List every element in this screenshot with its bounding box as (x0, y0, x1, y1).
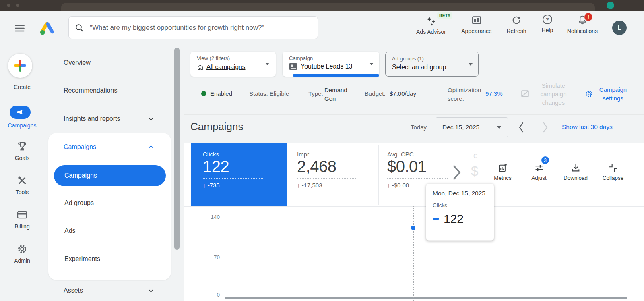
subnav-item-ad-groups[interactable]: Ad groups (64, 199, 94, 207)
prev-date-chevron[interactable] (518, 122, 524, 133)
google-ads-logo[interactable] (39, 19, 56, 38)
download-button[interactable]: Download (561, 162, 590, 181)
collapse-button[interactable]: Collapse (598, 162, 628, 181)
campaign-settings-button[interactable] (584, 89, 594, 100)
clicks-data-point[interactable] (411, 226, 415, 230)
billing-card-icon (16, 209, 28, 221)
enabled-status[interactable]: Enabled (210, 90, 232, 97)
view-filter-value: All campaigns (206, 63, 246, 71)
adgroup-filter-dropdown[interactable]: Ad groups (1) Select an ad group (385, 52, 479, 77)
browser-control-icon[interactable] (7, 4, 10, 7)
trophy-icon (16, 140, 28, 152)
chevron-down-icon[interactable] (148, 117, 154, 121)
view-filter-dropdown[interactable]: View (2 filters) All campaigns (190, 52, 276, 77)
next-metrics-chevron[interactable] (452, 164, 462, 181)
main-menu-button[interactable] (13, 21, 27, 35)
dropdown-caret-icon (265, 63, 269, 65)
gear-icon (16, 243, 28, 255)
header-divider (606, 15, 606, 38)
tooltip-series-label: Clicks (433, 202, 487, 208)
rail-item-billing[interactable]: Billing (0, 209, 44, 230)
today-label: Today (411, 124, 427, 131)
rail-item-tools[interactable]: Tools (0, 174, 44, 195)
hidden-metric-label: C (473, 152, 478, 159)
rail-item-goals[interactable]: Goals (0, 140, 44, 161)
down-arrow-icon: ↓ (203, 182, 206, 189)
chevron-up-icon[interactable] (148, 145, 154, 149)
avatar[interactable]: L (612, 21, 627, 35)
metric-label: Clicks (203, 151, 287, 158)
campaign-filter-label: Campaign (289, 55, 373, 61)
rail-item-campaigns-label: Campaigns (0, 120, 44, 129)
help-label: Help (542, 27, 553, 33)
tooltip-date: Mon, Dec 15, 2025 (433, 190, 487, 197)
show-last-30-days-link[interactable]: Show last 30 days (562, 123, 613, 131)
rail-item-admin[interactable]: Admin (0, 243, 44, 264)
budget-label: Budget: (365, 90, 386, 97)
subnav-item-overview[interactable]: Overview (64, 59, 91, 66)
metrics-action-button[interactable]: Metrics (488, 162, 518, 181)
adjust-count-badge: 3 (541, 156, 549, 164)
adgroup-filter-label: Ad groups (1) (392, 56, 472, 62)
x-axis-line (225, 297, 627, 299)
chevron-down-icon[interactable] (148, 289, 154, 293)
search-input[interactable] (89, 23, 312, 32)
subnav-item-insights[interactable]: Insights and reports (64, 115, 120, 122)
create-button[interactable] (8, 54, 32, 78)
date-picker[interactable]: Dec 15, 2025 (436, 117, 508, 137)
home-icon (197, 64, 204, 71)
metric-value: 122 (203, 158, 287, 176)
campaign-settings-label[interactable]: Campaign settings (596, 85, 630, 102)
simulate-disabled-icon (520, 89, 530, 99)
adjust-sliders-icon (534, 162, 545, 173)
subnav-campaigns-header[interactable]: Campaigns (64, 143, 96, 151)
notifications-label: Notifications (567, 28, 598, 34)
y-axis-tick-140: 140 (201, 214, 220, 220)
metric-label: Avg. CPC (387, 151, 470, 158)
subnav-scrollbar[interactable] (174, 48, 180, 250)
next-date-chevron (542, 122, 549, 133)
page-title: Campaigns (190, 120, 244, 133)
browser-control-icon[interactable] (16, 4, 19, 7)
metric-card-clicks[interactable]: Clicks 122 ↓ -735 (191, 143, 287, 206)
subnav-item-experiments[interactable]: Experiments (64, 255, 100, 263)
chart-tooltip: Mon, Dec 15, 2025 Clicks 122 (426, 183, 494, 241)
billing-label: Billing (14, 223, 29, 230)
refresh-icon (511, 15, 522, 26)
sparkle-icon (425, 15, 437, 27)
metric-card-impressions[interactable]: Impr. 2,468 ↓ -17,503 (287, 143, 378, 206)
campaign-filter-value: Youtube Leads 13 (301, 63, 352, 70)
browser-chrome-bar (0, 0, 644, 11)
tools-label: Tools (16, 189, 29, 195)
plus-icon (14, 60, 26, 72)
down-arrow-icon: ↓ (387, 182, 390, 189)
megaphone-icon (16, 108, 25, 117)
dropdown-caret-icon (369, 63, 374, 65)
subnav-item-recommendations[interactable]: Recommendations (64, 87, 117, 94)
appearance-button[interactable]: Appearance (454, 15, 499, 34)
status-eligible: Status: Eligible (249, 90, 289, 97)
notifications-button[interactable]: Notifications (560, 15, 605, 34)
hamburger-icon (13, 21, 27, 35)
simulate-changes-label: Simulate campaign changes (534, 81, 573, 107)
dropdown-caret-icon (497, 126, 501, 129)
hidden-metric-value: $ (471, 164, 478, 179)
browser-address-bar[interactable] (61, 3, 595, 11)
type-label: Type: (308, 90, 323, 97)
adgroup-filter-value: Select an ad group (392, 64, 472, 71)
ads-advisor-label: Ads Advisor (416, 29, 446, 35)
rail-item-campaigns[interactable] (10, 106, 31, 119)
campaign-filter-dropdown[interactable]: Campaign Youtube Leads 13 (283, 52, 379, 77)
browser-extension-icon[interactable] (607, 2, 614, 9)
campaign-selected-indicator (293, 74, 379, 77)
adjust-button[interactable]: Adjust (524, 162, 554, 181)
budget-value[interactable]: $7.00/day (390, 90, 416, 98)
subnav-item-ads[interactable]: Ads (64, 227, 76, 235)
appearance-icon (471, 15, 482, 26)
download-label: Download (564, 175, 588, 181)
create-label: Create (0, 81, 44, 90)
subnav-item-campaigns-active[interactable]: Campaigns (54, 165, 166, 186)
subnav-item-assets[interactable]: Assets (64, 287, 83, 294)
metric-separator (203, 178, 263, 179)
view-filter-label: View (2 filters) (197, 55, 269, 61)
